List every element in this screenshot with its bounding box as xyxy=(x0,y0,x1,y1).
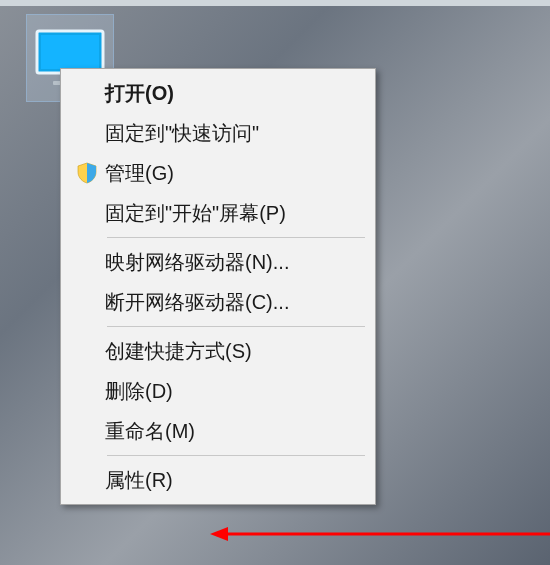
menu-item-8[interactable]: 创建快捷方式(S) xyxy=(63,331,373,371)
menu-item-label: 固定到"开始"屏幕(P) xyxy=(105,200,365,227)
window-top-edge xyxy=(0,0,550,6)
menu-item-label: 属性(R) xyxy=(105,467,365,494)
annotation-arrow xyxy=(210,524,550,544)
menu-separator xyxy=(107,455,365,456)
svg-rect-1 xyxy=(41,35,99,69)
menu-item-label: 固定到"快速访问" xyxy=(105,120,365,147)
menu-item-6[interactable]: 断开网络驱动器(C)... xyxy=(63,282,373,322)
menu-separator xyxy=(107,326,365,327)
shield-icon xyxy=(69,162,105,184)
menu-item-0[interactable]: 打开(O) xyxy=(63,73,373,113)
menu-item-label: 删除(D) xyxy=(105,378,365,405)
menu-item-label: 映射网络驱动器(N)... xyxy=(105,249,365,276)
menu-separator xyxy=(107,237,365,238)
menu-item-label: 打开(O) xyxy=(105,80,365,107)
menu-item-label: 断开网络驱动器(C)... xyxy=(105,289,365,316)
context-menu: 打开(O)固定到"快速访问"管理(G)固定到"开始"屏幕(P)映射网络驱动器(N… xyxy=(60,68,376,505)
menu-item-2[interactable]: 管理(G) xyxy=(63,153,373,193)
svg-marker-5 xyxy=(210,527,228,541)
menu-item-5[interactable]: 映射网络驱动器(N)... xyxy=(63,242,373,282)
menu-item-label: 创建快捷方式(S) xyxy=(105,338,365,365)
menu-item-3[interactable]: 固定到"开始"屏幕(P) xyxy=(63,193,373,233)
menu-item-9[interactable]: 删除(D) xyxy=(63,371,373,411)
menu-item-1[interactable]: 固定到"快速访问" xyxy=(63,113,373,153)
menu-item-label: 重命名(M) xyxy=(105,418,365,445)
menu-item-10[interactable]: 重命名(M) xyxy=(63,411,373,451)
menu-item-12[interactable]: 属性(R) xyxy=(63,460,373,500)
menu-item-label: 管理(G) xyxy=(105,160,365,187)
